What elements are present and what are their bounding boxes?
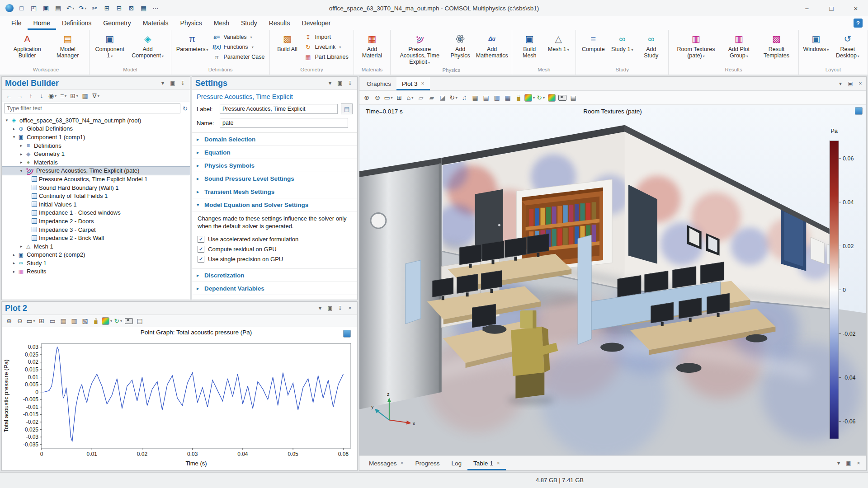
paste-button[interactable]: ⊟ bbox=[113, 2, 125, 14]
tab-progress[interactable]: Progress bbox=[410, 456, 446, 470]
menu-materials[interactable]: Materials bbox=[137, 16, 175, 30]
reset-desktop-button[interactable]: ↺Reset Desktop▾ bbox=[831, 32, 864, 61]
play-sound-button[interactable]: ♫ bbox=[459, 93, 469, 103]
mesh-1-button[interactable]: △Mesh 1▾ bbox=[544, 32, 572, 55]
panel-close-button[interactable]: × bbox=[854, 459, 863, 467]
graphics-canvas[interactable]: Pa 0.060.040.020-0.02-0.04-0.06 z x y Ti… bbox=[359, 105, 866, 455]
filter-button[interactable]: ∇▾ bbox=[91, 91, 101, 101]
collapse-arrow-icon[interactable]: ▾ bbox=[11, 135, 17, 139]
panel-menu-button[interactable]: ▾ bbox=[316, 304, 324, 312]
delete-button[interactable]: ⊠ bbox=[126, 2, 137, 14]
add-physics-button[interactable]: Add Physics bbox=[446, 32, 474, 60]
add-material-button[interactable]: ▦Add Material bbox=[357, 32, 387, 60]
panel-float-button[interactable]: ▣ bbox=[846, 80, 854, 88]
panel-menu-button[interactable]: ▾ bbox=[326, 79, 334, 87]
add-component-button[interactable]: ◈Add Component▾ bbox=[127, 32, 167, 61]
checkbox-icon[interactable]: ✓ bbox=[198, 256, 204, 263]
tree-item-initial-values-1[interactable]: Initial Values 1 bbox=[2, 200, 190, 209]
menu-developer[interactable]: Developer bbox=[296, 16, 337, 30]
save-button[interactable]: ▣ bbox=[40, 2, 52, 14]
expand-arrow-icon[interactable]: ▸ bbox=[18, 160, 24, 164]
build-all-button[interactable]: ▩Build All bbox=[273, 32, 301, 54]
detach-plot-icon[interactable] bbox=[343, 330, 351, 338]
panel-float-button[interactable]: ▣ bbox=[844, 459, 853, 467]
expand-arrow-icon[interactable]: ▸ bbox=[18, 244, 24, 249]
table-view-button[interactable]: ▦ bbox=[80, 91, 90, 101]
view-zx-button[interactable]: ◪ bbox=[438, 93, 448, 103]
detach-plot-icon[interactable] bbox=[855, 107, 863, 115]
section-discretization[interactable]: ▸Discretization bbox=[192, 269, 357, 282]
close-icon[interactable]: × bbox=[497, 460, 500, 466]
name-input[interactable] bbox=[220, 118, 348, 128]
section-dependent-variables[interactable]: ▸Dependent Variables bbox=[192, 282, 357, 295]
table-view-button[interactable]: ▦ bbox=[470, 93, 480, 103]
move-down-button[interactable]: ↓ bbox=[37, 91, 47, 101]
open-file-button[interactable]: ◰ bbox=[28, 2, 39, 14]
zoom-out-button[interactable]: ⊖ bbox=[373, 93, 382, 103]
minimize-button[interactable]: − bbox=[795, 0, 819, 16]
zoom-in-button[interactable]: ⊕ bbox=[362, 93, 372, 103]
close-icon[interactable]: × bbox=[421, 80, 425, 87]
panel-close-button[interactable]: × bbox=[346, 304, 354, 312]
add-mathematics-button[interactable]: ΔuAdd Mathematics bbox=[475, 32, 509, 60]
checkbox-use-single-precision-on-gpu[interactable]: ✓Use single precision on GPU bbox=[198, 254, 352, 264]
view-yz-button[interactable]: ▰ bbox=[427, 93, 437, 103]
tab-graphics[interactable]: Graphics bbox=[361, 77, 396, 90]
menu-file[interactable]: File bbox=[5, 16, 28, 30]
tree-item-impedance-2-doors[interactable]: Impedance 2 - Doors bbox=[2, 217, 190, 225]
section-model-equation-and-solver-settings[interactable]: ▾Model Equation and Solver Settings bbox=[192, 198, 357, 211]
livelink-button[interactable]: ↻LiveLink▾ bbox=[302, 43, 350, 51]
tree-item-impedance-3-carpet[interactable]: Impedance 3 - Carpet bbox=[2, 225, 190, 234]
menu-definitions[interactable]: Definitions bbox=[56, 16, 97, 30]
refresh-plot-button[interactable]: ↻▾ bbox=[113, 316, 123, 326]
menu-mesh[interactable]: Mesh bbox=[208, 16, 235, 30]
windows-button[interactable]: ▣Windows▾ bbox=[802, 32, 830, 55]
split-horizontal-button[interactable]: ▥ bbox=[492, 93, 502, 103]
plot-settings-button[interactable] bbox=[547, 93, 557, 103]
grid-lines-button[interactable]: ▦ bbox=[58, 316, 68, 326]
filter-input[interactable] bbox=[4, 103, 180, 113]
variables-button[interactable]: a=Variables▾ bbox=[211, 33, 266, 41]
group-nodes-button[interactable]: ≡▾ bbox=[58, 91, 68, 101]
default-view-button[interactable]: ⌂▾ bbox=[405, 93, 415, 103]
new-file-button[interactable]: □ bbox=[16, 2, 27, 14]
checkbox-compute-residual-on-gpu[interactable]: ✓Compute residual on GPU bbox=[198, 244, 352, 254]
panel-menu-button[interactable]: ▾ bbox=[836, 80, 844, 88]
compute-button[interactable]: =Compute bbox=[579, 32, 607, 54]
tree-item-impedance-2-brick-wall[interactable]: Impedance 2 - Brick Wall bbox=[2, 234, 190, 242]
menu-geometry[interactable]: Geometry bbox=[97, 16, 137, 30]
cut-button[interactable]: ✂ bbox=[89, 2, 100, 14]
lock-view-button[interactable]: ∩▆ bbox=[514, 93, 524, 103]
lock-axes-button[interactable]: ∩▆ bbox=[91, 316, 101, 326]
tree-item-pressure-acoustics-time-explicit-pate[interactable]: ▾Pressure Acoustics, Time Explicit (pate… bbox=[2, 167, 190, 175]
maximize-button[interactable]: □ bbox=[819, 0, 844, 16]
model-manager-button[interactable]: ▤Model Manager bbox=[49, 32, 85, 60]
collapse-arrow-icon[interactable]: ▾ bbox=[4, 118, 10, 122]
options-button[interactable]: ⋯ bbox=[150, 2, 161, 14]
zoom-in-button[interactable]: ⊕ bbox=[4, 316, 14, 326]
panel-float-button[interactable]: ▣ bbox=[336, 79, 344, 87]
import-button[interactable]: ↧Import bbox=[302, 33, 350, 41]
panel-float-button[interactable]: ▣ bbox=[169, 79, 177, 87]
functions-button[interactable]: f(x)Functions▾ bbox=[211, 43, 266, 51]
plot2-chart-area[interactable]: 0.030.0250.020.0150.010.0050-0.005-0.01-… bbox=[2, 327, 357, 472]
tree-item-results[interactable]: ▸▥Results bbox=[2, 267, 190, 276]
undo-button[interactable]: ↶▾ bbox=[65, 2, 76, 14]
expand-arrow-icon[interactable]: ▸ bbox=[11, 261, 17, 265]
parameters-button[interactable]: πParameters▾ bbox=[175, 32, 210, 55]
tree-item-component-1-comp1[interactable]: ▾▣Component 1 (comp1) bbox=[2, 133, 190, 141]
expand-arrow-icon[interactable]: ▸ bbox=[11, 127, 17, 131]
part-libraries-button[interactable]: ▦Part Libraries bbox=[302, 53, 350, 61]
build-mesh-button[interactable]: ▣Build Mesh bbox=[515, 32, 543, 60]
panel-pin-button[interactable]: ↧ bbox=[179, 79, 187, 87]
tree-item-component-2-comp2[interactable]: ▸▣Component 2 (comp2) bbox=[2, 251, 190, 259]
help-button[interactable]: ? bbox=[854, 19, 863, 28]
tree-item-geometry-1[interactable]: ▸◆Geometry 1 bbox=[2, 150, 190, 158]
section-physics-symbols[interactable]: ▸Physics Symbols bbox=[192, 159, 357, 172]
forward-button[interactable]: → bbox=[15, 91, 25, 101]
print-button[interactable]: ▤ bbox=[52, 2, 64, 14]
tab-messages[interactable]: Messages× bbox=[363, 456, 410, 470]
split-vertical-button[interactable]: ▦ bbox=[503, 93, 513, 103]
snapshot-button[interactable] bbox=[557, 93, 567, 103]
checkbox-icon[interactable]: ✓ bbox=[198, 246, 204, 253]
